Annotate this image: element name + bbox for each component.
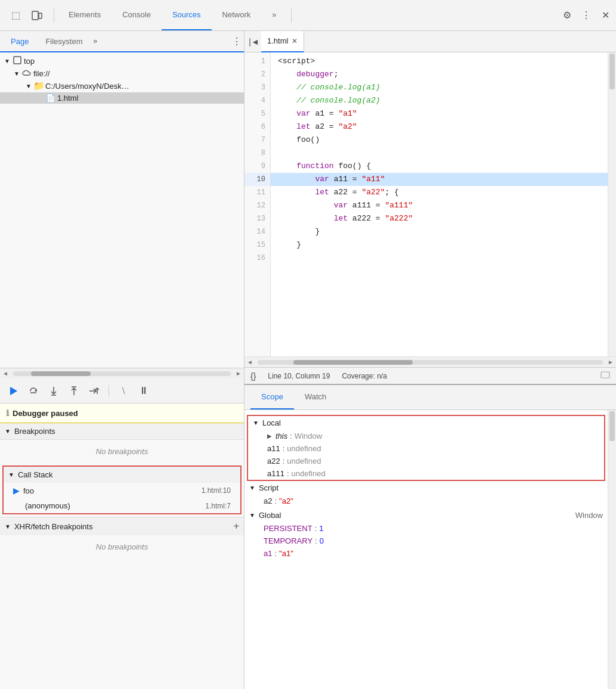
xhr-add-button[interactable]: + <box>234 521 239 532</box>
coverage-status: Coverage: n/a <box>342 372 386 380</box>
breakpoints-section-header[interactable]: ▼ Breakpoints <box>0 423 244 440</box>
settings-icon[interactable]: ⚙ <box>559 7 575 24</box>
svg-rect-2 <box>14 57 21 64</box>
cs-loc-foo: 1.html:10 <box>202 486 231 495</box>
scope-colon-a1: : <box>274 549 277 558</box>
scope-item-a111[interactable]: a111 : undefined <box>248 467 604 480</box>
left-scrollbar[interactable]: ◄ ► <box>0 368 244 378</box>
file-tab-1html[interactable]: 1.html ✕ <box>261 31 304 52</box>
code-line-12[interactable]: var a111 = "a111" <box>271 199 608 212</box>
code-line-13[interactable]: let a222 = "a222" <box>271 212 608 225</box>
tree-item-folder[interactable]: ▼ 📁 C:/Users/moxyN/Desk… <box>0 79 244 92</box>
scope-item-persistent[interactable]: PERSISTENT : 1 <box>244 522 608 535</box>
scope-item-this[interactable]: ▶ this : Window <box>248 430 604 442</box>
tab-more[interactable]: » <box>261 0 287 30</box>
subtab-more[interactable]: » <box>94 37 98 45</box>
tab-scope[interactable]: Scope <box>250 384 294 409</box>
code-line-8[interactable] <box>271 147 608 160</box>
resume-button[interactable] <box>5 383 21 399</box>
scope-item-a22[interactable]: a22 : undefined <box>248 455 604 467</box>
menu-icon[interactable]: ⋮ <box>578 7 595 24</box>
code-hscrollbar-row[interactable]: ◄ ► <box>244 356 616 367</box>
left-scroll-left-arrow[interactable]: ◄ <box>0 370 11 377</box>
tab-watch[interactable]: Watch <box>294 384 337 409</box>
left-scroll-right-arrow[interactable]: ► <box>233 370 244 377</box>
scope-item-a11[interactable]: a11 : undefined <box>248 442 604 455</box>
code-line-9[interactable]: function foo() { <box>271 160 608 173</box>
line-numbers: 1 2 3 4 5 6 7 8 9 10 11 12 13 14 15 16 <box>244 52 271 356</box>
line-num-8: 8 <box>244 147 270 160</box>
format-icon[interactable]: {} <box>250 371 256 381</box>
tab-console[interactable]: Console <box>112 0 162 30</box>
step-over-button[interactable] <box>25 383 42 399</box>
tree-item-fileorigin[interactable]: ▼ file:// <box>0 67 244 79</box>
scope-key-persistent: PERSISTENT <box>264 524 312 533</box>
code-line-16[interactable] <box>271 252 608 265</box>
scope-vscroll-thumb[interactable] <box>609 411 615 441</box>
code-vscrollbar[interactable] <box>608 52 616 356</box>
code-hscroll-left-arrow[interactable]: ◄ <box>244 359 255 365</box>
step-into-button[interactable] <box>45 383 62 399</box>
device-icon[interactable] <box>29 7 45 24</box>
svg-rect-11 <box>601 372 609 378</box>
code-line-4[interactable]: // console.log(a2) <box>271 94 608 107</box>
deactivate-button[interactable]: ⧵ <box>115 383 132 399</box>
scope-key-a1: a1 <box>264 549 272 558</box>
line-num-10: 10 <box>244 173 270 186</box>
global-scope-label: Global <box>259 511 281 520</box>
code-area[interactable]: 1 2 3 4 5 6 7 8 9 10 11 12 13 14 15 16 <… <box>244 52 616 356</box>
code-line-15[interactable]: } <box>271 238 608 252</box>
pointer-icon[interactable]: ⬚ <box>7 7 24 24</box>
subtab-filesystem[interactable]: Filesystem <box>37 31 91 52</box>
scope-item-a1[interactable]: a1 : "a1" <box>244 547 608 560</box>
code-line-11[interactable]: let a22 = "a22"; { <box>271 186 608 199</box>
code-vscroll-thumb[interactable] <box>609 54 615 89</box>
bottom-left: ⧵ ⏸ ℹ Debugger paused ▼ Breakpoints No b… <box>0 378 244 689</box>
line-num-15: 15 <box>244 238 270 252</box>
code-hscroll-right-arrow[interactable]: ► <box>605 359 616 365</box>
code-line-3[interactable]: // console.log(a1) <box>271 81 608 94</box>
local-scope-header[interactable]: ▼ Local <box>248 416 604 430</box>
step-out-button[interactable] <box>66 383 82 399</box>
code-line-6[interactable]: let a2 = "a2" <box>271 120 608 134</box>
call-stack-item-anonymous[interactable]: (anonymous) 1.html:7 <box>4 498 240 513</box>
code-lines[interactable]: <script> debugger; // console.log(a1) //… <box>271 52 608 356</box>
xhr-section-header[interactable]: ▼ XHR/fetch Breakpoints + <box>0 517 244 535</box>
code-line-5[interactable]: var a1 = "a1" <box>271 107 608 120</box>
left-h-scrollbar[interactable] <box>13 371 231 376</box>
code-line-1[interactable]: <script> <box>271 55 608 68</box>
divider2 <box>291 8 292 23</box>
tab-network[interactable]: Network <box>212 0 262 30</box>
subtab-page[interactable]: Page <box>2 31 37 52</box>
collapse-sources-icon[interactable]: |◄ <box>247 35 261 49</box>
step-button[interactable] <box>86 383 103 399</box>
scope-item-temporary[interactable]: TEMPORARY : 0 <box>244 535 608 547</box>
call-stack-header[interactable]: ▼ Call Stack <box>4 467 240 483</box>
call-stack-item-foo[interactable]: ▶ foo 1.html:10 <box>4 483 240 498</box>
scope-item-a2[interactable]: a2 : "a2" <box>244 495 608 507</box>
code-line-7[interactable]: foo() <box>271 134 608 147</box>
script-scope-header[interactable]: ▼ Script <box>244 481 608 495</box>
subtab-menu[interactable]: ⋮ <box>232 36 242 47</box>
code-line-10[interactable]: var a11 = "a11" <box>271 173 608 186</box>
code-line-14[interactable]: } <box>271 225 608 238</box>
scope-vscrollbar[interactable] <box>608 410 616 689</box>
code-line-2[interactable]: debugger; <box>271 68 608 81</box>
tree-item-file[interactable]: 📄 1.html <box>0 92 244 104</box>
tree-arrow-fileorigin: ▼ <box>12 70 21 77</box>
svg-rect-0 <box>32 11 38 20</box>
tree-arrow-top: ▼ <box>2 58 12 64</box>
xhr-empty: No breakpoints <box>0 538 244 556</box>
pause-on-exceptions-button[interactable]: ⏸ <box>135 383 152 399</box>
left-h-thumb[interactable] <box>31 371 91 376</box>
code-hscroll-thumb[interactable] <box>293 360 413 365</box>
global-scope-header[interactable]: ▼ Global Window <box>244 508 608 522</box>
tab-elements[interactable]: Elements <box>58 0 112 30</box>
line-num-12: 12 <box>244 199 270 212</box>
code-hscrollbar[interactable] <box>258 360 603 365</box>
close-icon[interactable]: ✕ <box>597 7 614 24</box>
tab-sources[interactable]: Sources <box>162 0 212 30</box>
file-tab-close[interactable]: ✕ <box>292 37 298 45</box>
tree-label-folder: C:/Users/moxyN/Desk… <box>45 82 129 91</box>
tree-item-top[interactable]: ▼ top <box>0 55 244 67</box>
